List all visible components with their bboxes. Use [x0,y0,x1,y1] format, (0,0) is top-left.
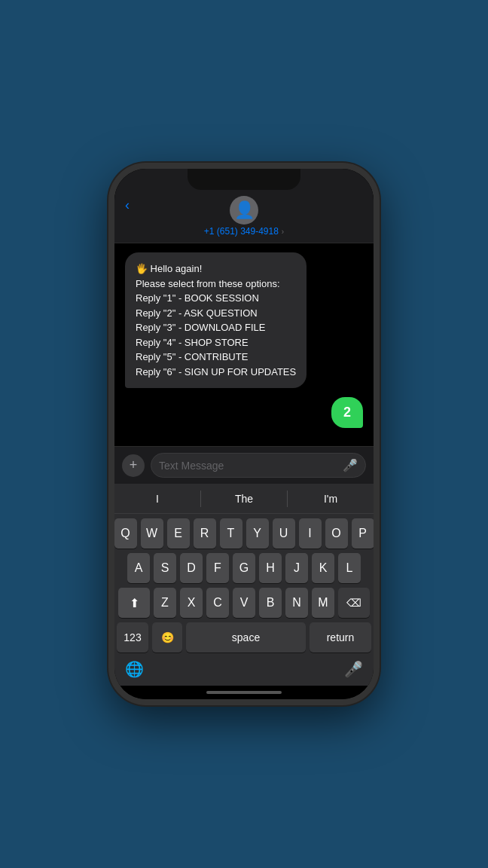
input-bar: + Text Message 🎤 [114,446,374,484]
key-m[interactable]: M [312,588,334,618]
predictive-word-i[interactable]: I [114,493,200,505]
mic-icon[interactable]: 🎤 [343,458,358,472]
contact-avatar-icon: 👤 [234,200,255,220]
contact-number: +1 (651) 349-4918 [204,226,279,237]
predictive-bar: I The I'm [114,484,374,514]
return-key[interactable]: return [310,622,371,653]
key-q[interactable]: Q [114,518,137,549]
key-l[interactable]: L [338,553,361,583]
key-s[interactable]: S [154,553,176,583]
key-t[interactable]: T [220,518,242,549]
key-h[interactable]: H [259,553,282,583]
keyboard-mic-icon[interactable]: 🎤 [344,660,363,678]
predictive-word-the[interactable]: The [201,493,287,505]
key-c[interactable]: C [206,588,229,618]
back-button[interactable]: ‹ [125,197,130,213]
phone-screen: ‹ 👤 +1 (651) 349-4918 › 🖐 Hello again!Pl… [114,169,374,699]
key-r[interactable]: R [194,518,216,549]
predictive-word-im[interactable]: I'm [288,493,374,505]
key-a[interactable]: A [127,553,150,583]
key-row-3: ⬆ Z X C V B N M ⌫ [117,588,371,618]
home-indicator [206,691,282,694]
delete-key[interactable]: ⌫ [338,588,370,618]
key-b[interactable]: B [259,588,282,618]
shift-icon: ⬆ [130,596,139,610]
sent-message-bubble: 2 [331,397,363,428]
key-g[interactable]: G [233,553,255,583]
globe-icon[interactable]: 🌐 [125,660,144,678]
avatar: 👤 [230,196,258,225]
received-message-bubble: 🖐 Hello again!Please select from these o… [125,252,307,388]
sent-message-text: 2 [343,405,351,420]
key-z[interactable]: Z [154,588,176,618]
key-e[interactable]: E [167,518,190,549]
plus-icon: + [130,457,138,473]
home-bar [114,686,374,699]
message-input-placeholder[interactable]: Text Message [159,460,338,472]
space-key[interactable]: space [186,622,306,653]
key-v[interactable]: V [233,588,255,618]
key-y[interactable]: Y [246,518,269,549]
key-p[interactable]: P [352,518,374,549]
key-n[interactable]: N [285,588,308,618]
phone-frame: ‹ 👤 +1 (651) 349-4918 › 🖐 Hello again!Pl… [108,163,380,705]
add-attachment-button[interactable]: + [122,454,145,477]
key-i[interactable]: I [299,518,322,549]
key-o[interactable]: O [325,518,348,549]
key-w[interactable]: W [141,518,163,549]
keyboard-bottom-bar: 🌐 🎤 [114,654,374,686]
keyboard: I The I'm Q W E R T Y U I O [114,484,374,686]
numbers-key[interactable]: 123 [117,622,148,653]
key-row-2: A S D F G H J K L [117,553,371,583]
key-j[interactable]: J [285,553,308,583]
phone-notch [188,169,300,190]
message-input-wrap[interactable]: Text Message 🎤 [151,453,366,478]
messages-area: 🖐 Hello again!Please select from these o… [114,243,374,446]
key-row-4: 123 😊 space return [117,622,371,653]
key-d[interactable]: D [180,553,203,583]
contact-info[interactable]: +1 (651) 349-4918 › [204,226,284,237]
key-u[interactable]: U [273,518,295,549]
key-x[interactable]: X [180,588,203,618]
key-k[interactable]: K [312,553,334,583]
emoji-key[interactable]: 😊 [152,622,182,653]
shift-key[interactable]: ⬆ [118,588,150,618]
key-f[interactable]: F [206,553,229,583]
key-rows: Q W E R T Y U I O P A S D F G [114,514,374,654]
received-message-text: 🖐 Hello again!Please select from these o… [136,263,296,377]
chevron-right-icon: › [282,228,284,236]
key-row-1: Q W E R T Y U I O P [117,518,371,549]
